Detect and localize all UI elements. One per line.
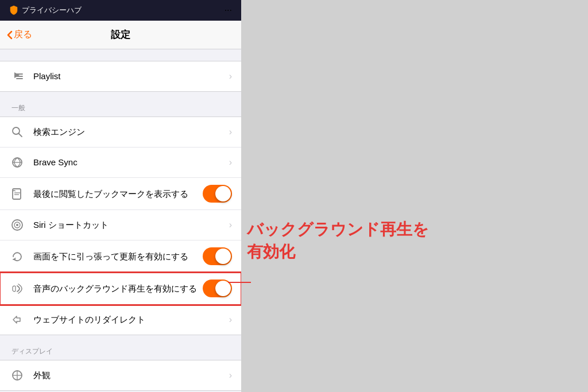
status-bar-title: プライバシーハブ bbox=[9, 5, 82, 15]
display-section-header: ディスプレイ bbox=[0, 347, 241, 360]
annotation-area: バックグラウンド再生を 有効化 bbox=[247, 218, 429, 263]
playlist-icon bbox=[9, 68, 25, 84]
toggle-knob bbox=[215, 186, 231, 201]
pull-refresh-item[interactable]: 画面を下に引っ張って更新を有効にする bbox=[0, 240, 241, 273]
last-bookmark-item[interactable]: 最後に閲覧したブックマークを表示する bbox=[0, 178, 241, 210]
nav-bar: 戻る 設定 bbox=[0, 21, 241, 49]
annotation-line2: 有効化 bbox=[247, 240, 295, 263]
playlist-chevron-icon: › bbox=[229, 71, 232, 81]
back-button[interactable]: 戻る bbox=[7, 29, 32, 41]
playlist-label: Playlist bbox=[33, 71, 225, 82]
svg-marker-0 bbox=[14, 72, 20, 78]
search-engine-chevron-icon: › bbox=[229, 127, 232, 137]
brave-sync-item[interactable]: Brave Sync › bbox=[0, 148, 241, 178]
refresh-icon bbox=[9, 249, 25, 265]
display-group: 外観 › bbox=[0, 360, 241, 391]
brave-sync-label: Brave Sync bbox=[33, 157, 225, 168]
status-bar: プライバシーハブ ··· bbox=[0, 0, 241, 21]
redirect-item[interactable]: ウェブサイトのリダイレクト › bbox=[0, 305, 241, 335]
toggle-knob-3 bbox=[215, 281, 231, 296]
playlist-section: Playlist › bbox=[0, 61, 241, 92]
display-section: ディスプレイ 外観 › bbox=[0, 347, 241, 391]
redirect-icon bbox=[9, 312, 25, 328]
bg-audio-label: 音声のバックグラウンド再生を有効にする bbox=[33, 283, 203, 294]
back-chevron-icon bbox=[7, 30, 13, 40]
last-bookmark-label: 最後に閲覧したブックマークを表示する bbox=[33, 188, 203, 200]
general-section-header: 一般 bbox=[0, 103, 241, 117]
appearance-item[interactable]: 外観 › bbox=[0, 360, 241, 390]
search-engine-label: 検索エンジン bbox=[33, 126, 225, 138]
siri-shortcut-item[interactable]: Siri ショートカット › bbox=[0, 210, 241, 240]
siri-chevron-icon: › bbox=[229, 220, 232, 230]
siri-shortcut-label: Siri ショートカット bbox=[33, 219, 225, 231]
pull-refresh-toggle[interactable] bbox=[203, 247, 232, 265]
search-icon bbox=[9, 124, 25, 140]
bg-audio-item[interactable]: 音声のバックグラウンド再生を有効にする bbox=[0, 273, 241, 305]
general-section: 一般 検索エンジン › bbox=[0, 103, 241, 335]
playlist-item[interactable]: Playlist › bbox=[0, 61, 241, 91]
brave-sync-chevron-icon: › bbox=[229, 157, 232, 168]
status-bar-menu[interactable]: ··· bbox=[225, 5, 232, 15]
brave-sync-icon bbox=[9, 154, 25, 170]
siri-icon bbox=[9, 217, 25, 233]
appearance-label: 外観 bbox=[33, 370, 225, 381]
connector-line bbox=[228, 282, 251, 283]
redirect-chevron-icon: › bbox=[229, 315, 232, 325]
settings-content: Playlist › 一般 検索エンジン › bbox=[0, 49, 241, 392]
svg-point-13 bbox=[16, 224, 18, 226]
appearance-chevron-icon: › bbox=[229, 370, 232, 381]
general-group: 検索エンジン › Brave Sync › bbox=[0, 117, 241, 335]
annotation-line1: バックグラウンド再生を bbox=[247, 218, 429, 240]
toggle-knob-2 bbox=[215, 249, 231, 264]
bookmark-icon bbox=[9, 186, 25, 202]
playlist-group: Playlist › bbox=[0, 61, 241, 92]
search-engine-item[interactable]: 検索エンジン › bbox=[0, 117, 241, 148]
audio-icon bbox=[9, 281, 25, 297]
page-title: 設定 bbox=[111, 28, 130, 41]
svg-line-5 bbox=[19, 134, 22, 137]
phone-frame: プライバシーハブ ··· 戻る 設定 bbox=[0, 0, 241, 392]
redirect-label: ウェブサイトのリダイレクト bbox=[33, 314, 225, 325]
shield-icon bbox=[9, 5, 18, 15]
last-bookmark-toggle[interactable] bbox=[203, 185, 232, 203]
pull-refresh-label: 画面を下に引っ張って更新を有効にする bbox=[33, 251, 203, 262]
appearance-icon bbox=[9, 367, 25, 383]
